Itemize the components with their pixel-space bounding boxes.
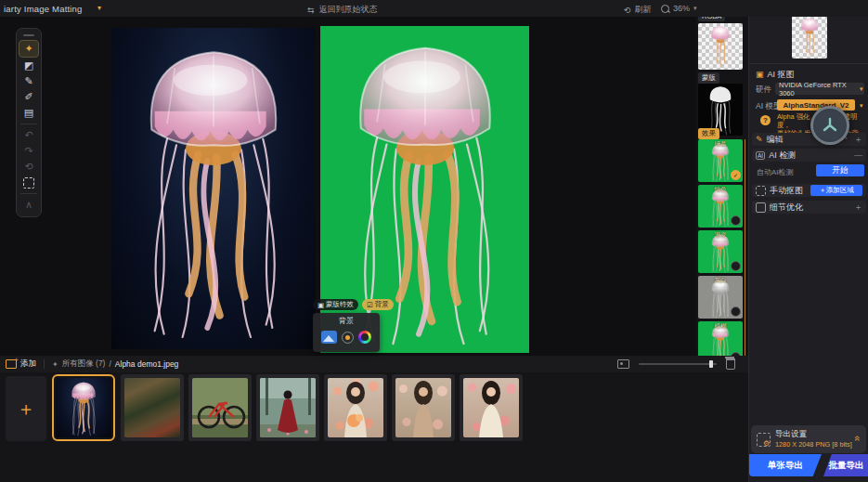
export-batch-button[interactable]: 批量导出 xyxy=(823,454,868,476)
edit-add-icon[interactable]: ＋ xyxy=(854,134,862,146)
help-icon[interactable]: ? xyxy=(760,115,771,125)
current-image-preview[interactable] xyxy=(792,16,827,59)
roller-tool[interactable]: ▤ xyxy=(19,105,38,121)
section-detail-optimize[interactable]: 细节优化 ＋ xyxy=(752,201,866,214)
section-ai-detect[interactable]: AI AI 检测 — xyxy=(752,149,866,162)
undo-button[interactable]: ↶ xyxy=(19,127,38,143)
hardware-caret-icon[interactable]: ▾ xyxy=(860,85,863,93)
filmstrip-item-5[interactable] xyxy=(324,374,387,441)
refresh-control[interactable]: ⟲ 刷新 xyxy=(624,4,652,16)
start-detect-button[interactable]: 开始 xyxy=(816,164,864,176)
filmstrip-item-4[interactable] xyxy=(256,374,319,441)
background-transparent-option[interactable] xyxy=(342,332,354,344)
ai-select-tool[interactable]: ✦ xyxy=(19,40,39,58)
expand-section-icon[interactable]: ＋ xyxy=(854,202,862,214)
add-image-button[interactable]: 添加 xyxy=(20,358,36,370)
filmstrip-item-2[interactable] xyxy=(121,374,184,441)
brush-tool[interactable]: ✐ xyxy=(19,89,38,105)
settings-panel: 主页 – ▢ × ▣ AI 抠图 硬件 NVIDIA GeForce RTX 3… xyxy=(748,0,868,482)
brush-icon: ✐ xyxy=(24,91,32,103)
add-region-button[interactable]: ＋添加区域 xyxy=(810,185,862,196)
background-overlay: ▣ 蒙版特效 ☑ 背景 背景 xyxy=(313,299,394,352)
app-menu-caret-icon[interactable]: ▾ xyxy=(97,4,101,12)
effect-thumbnail-1[interactable]: 绿幕 ✓ xyxy=(698,139,743,182)
reset-icon: ⟲ xyxy=(24,161,32,173)
breadcrumb-all-images[interactable]: 所有图像 (7) xyxy=(62,358,106,370)
zoom-control[interactable]: 36% ▾ xyxy=(661,4,697,13)
effect-thumbnail-2[interactable]: 纯色 xyxy=(698,185,743,228)
effect-badge[interactable] xyxy=(731,261,741,271)
panel-divider xyxy=(749,63,868,64)
section-edit[interactable]: ✎ 编辑 ↶ ＋ xyxy=(752,133,866,146)
model-caret-icon[interactable]: ▾ xyxy=(860,102,863,110)
section-manual-matting[interactable]: 手动抠图 ＋添加区域 xyxy=(752,184,866,197)
assistant-y-icon xyxy=(821,116,839,135)
original-image[interactable] xyxy=(111,28,316,349)
effect-thumbnail-3[interactable]: 渐变 xyxy=(698,230,743,273)
redo-icon: ↷ xyxy=(24,145,32,157)
reset-button[interactable]: ⟲ xyxy=(19,159,38,175)
effect-badge[interactable] xyxy=(731,215,741,226)
filmstrip-header: 添加 ✦ 所有图像 (7) / Alpha demo1.jpeg xyxy=(0,356,748,372)
hardware-select[interactable]: NVIDIA GeForce RTX 3060 xyxy=(775,83,864,95)
background-color-picker-option[interactable] xyxy=(358,331,371,344)
plus-icon: ＋ xyxy=(17,397,35,422)
ai-matting-title: AI 抠图 xyxy=(768,69,795,81)
add-image-tile[interactable]: ＋ xyxy=(6,376,46,441)
detail-optimize-icon xyxy=(756,202,766,213)
filmstrip-item-6[interactable] xyxy=(392,374,455,441)
filmstrip: 添加 ✦ 所有图像 (7) / Alpha demo1.jpeg ＋ xyxy=(0,356,748,482)
undo-icon: ↶ xyxy=(24,129,32,141)
chip-background[interactable]: ☑ 背景 xyxy=(362,299,394,310)
effect-label: 模糊 xyxy=(698,322,743,331)
effect-badge[interactable] xyxy=(731,306,741,317)
collapse-section-icon[interactable]: — xyxy=(854,150,862,160)
toolbar-drag-handle[interactable] xyxy=(23,34,34,36)
effect-tag: 效果 xyxy=(698,128,719,139)
model-select[interactable]: AlphaStandard_V2 xyxy=(777,99,855,111)
checkbox-icon: ☑ xyxy=(367,301,373,309)
thumb-woman-floral-2 xyxy=(463,378,519,437)
export-info: 1280 X 2048 PNG [8 bits] xyxy=(775,440,852,449)
export-settings-title: 导出设置 xyxy=(775,429,807,440)
floating-assistant-button[interactable] xyxy=(810,106,849,145)
chip-mask-effect[interactable]: ▣ 蒙版特效 xyxy=(313,299,358,310)
hardware-label: 硬件 xyxy=(756,85,771,96)
slider-handle[interactable] xyxy=(709,360,713,368)
filmstrip-item-7[interactable] xyxy=(460,374,523,441)
swap-icon[interactable]: ⇆ xyxy=(307,6,315,15)
marquee-tool[interactable] xyxy=(19,175,38,190)
pen-tool[interactable]: ✎ xyxy=(19,73,38,89)
collapse-toolbar-button[interactable]: ∧ xyxy=(19,197,38,213)
check-icon: ✓ xyxy=(733,172,738,178)
effect-thumbnail-list: 绿幕 ✓ 纯色 渐变 灰白 模糊 xyxy=(698,139,745,367)
collapse-export-icon[interactable]: « xyxy=(852,436,863,441)
effect-label: 灰白 xyxy=(698,277,743,285)
auto-detect-label: 自动AI检测 xyxy=(757,167,794,177)
thumbnail-size-icon xyxy=(617,359,629,369)
canvas-status-text: 返回到原始状态 xyxy=(319,4,378,16)
header-divider xyxy=(44,359,45,369)
breadcrumb-separator: / xyxy=(109,359,110,369)
rgba-thumbnail[interactable] xyxy=(698,23,743,70)
background-panel: 背景 xyxy=(313,313,380,352)
edit-title: 编辑 xyxy=(767,134,784,146)
eraser-icon: ◩ xyxy=(24,59,33,72)
export-single-button[interactable]: 单张导出 xyxy=(749,454,822,476)
trash-icon[interactable] xyxy=(726,358,735,370)
export-settings-card[interactable]: ⚙ 导出设置 1280 X 2048 PNG [8 bits] « xyxy=(751,425,866,453)
pen-icon: ✎ xyxy=(24,75,32,87)
canvas-status: ⇆ 返回到原始状态 xyxy=(307,4,378,16)
hardware-value: NVIDIA GeForce RTX 3060 xyxy=(779,81,861,98)
zoom-level: 36% xyxy=(673,4,690,13)
filmstrip-item-1-selected[interactable] xyxy=(52,374,115,441)
eraser-tool[interactable]: ◩ xyxy=(19,58,38,73)
thumb-red-dress xyxy=(260,378,316,437)
thumbnail-size-slider[interactable] xyxy=(639,363,717,365)
filmstrip-item-3[interactable] xyxy=(188,374,252,441)
redo-button[interactable]: ↷ xyxy=(19,143,38,159)
paint-roller-icon: ▤ xyxy=(24,107,33,119)
effect-thumbnail-4[interactable]: 灰白 xyxy=(698,276,743,319)
background-image-option[interactable] xyxy=(321,331,337,344)
effect-selected-badge[interactable]: ✓ xyxy=(731,170,741,180)
